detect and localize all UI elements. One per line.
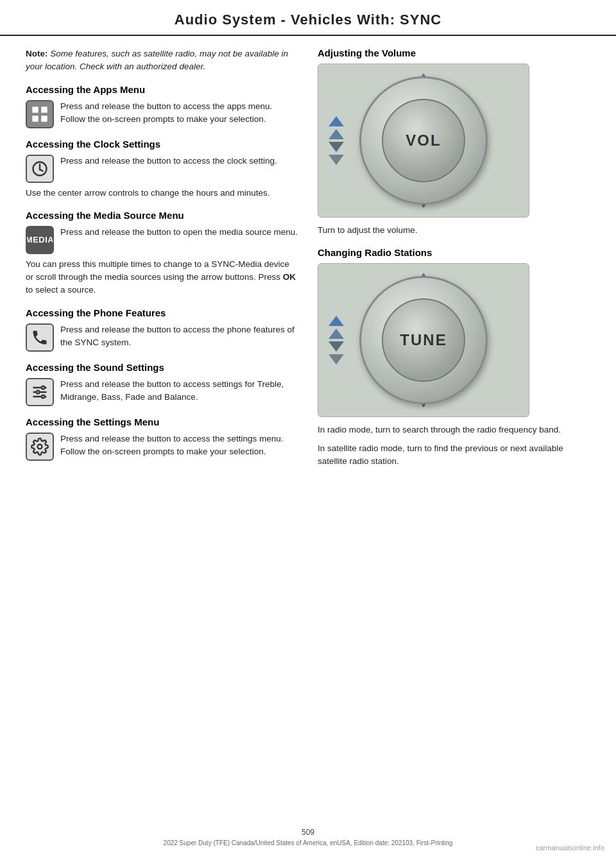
vol-dial-inner: VOL: [382, 99, 465, 182]
sound-settings-icon-row: Press and release the button to access s…: [26, 378, 298, 406]
clock-icon: [26, 155, 54, 183]
section-changing-radio: Changing Radio Stations: [318, 247, 590, 468]
left-column: Note: Some features, such as satellite r…: [26, 47, 298, 478]
note-label: Note:: [26, 49, 48, 58]
svg-rect-2: [32, 116, 38, 121]
svg-point-12: [37, 390, 40, 393]
phone-features-text: Press and release the button to access t…: [60, 323, 298, 350]
section-title-sound-settings: Accessing the Sound Settings: [26, 362, 298, 373]
page-header: Audio System - Vehicles With: SYNC: [0, 0, 616, 36]
tune-dial-container: TUNE: [318, 263, 529, 417]
apps-menu-icon-row: Press and release the button to access t…: [26, 100, 298, 128]
settings-menu-icon-row: Press and release the button to access t…: [26, 433, 298, 461]
tune-dial-outer: TUNE: [359, 276, 488, 404]
clock-settings-icon-row: Press and release the button to access t…: [26, 155, 298, 183]
sound-settings-icon: [26, 378, 54, 406]
section-settings-menu: Accessing the Settings Menu Press and re…: [26, 416, 298, 461]
clock-settings-text: Press and release the button to access t…: [60, 155, 277, 167]
section-title-media-source: Accessing the Media Source Menu: [26, 210, 298, 221]
clock-settings-text2: Use the center arrow controls to change …: [26, 187, 298, 200]
media-source-icon-row: MEDIA Press and release the button to op…: [26, 226, 298, 254]
media-source-text2: You can press this multiple times to cha…: [26, 258, 298, 297]
section-title-phone-features: Accessing the Phone Features: [26, 307, 298, 318]
settings-menu-text: Press and release the button to access t…: [60, 433, 298, 459]
right-column: Adjusting the Volume: [318, 47, 590, 478]
media-source-text1: Press and release the button to open the…: [60, 226, 298, 239]
phone-features-icon-row: Press and release the button to access t…: [26, 323, 298, 352]
svg-point-9: [42, 386, 45, 389]
vol-dial-container: VOL: [318, 64, 529, 218]
gear-settings-icon: [26, 433, 54, 461]
section-media-source: Accessing the Media Source Menu MEDIA Pr…: [26, 210, 298, 297]
watermark: carmanualsonline.info: [536, 844, 604, 852]
note-block: Note: Some features, such as satellite r…: [26, 47, 298, 74]
section-apps-menu: Accessing the Apps Menu Press and releas…: [26, 84, 298, 128]
section-clock-settings: Accessing the Clock Settings Press and r…: [26, 139, 298, 200]
section-title-clock-settings: Accessing the Clock Settings: [26, 139, 298, 150]
vol-caption: Turn to adjust the volume.: [318, 224, 590, 237]
radio-caption2: In satellite radio mode, turn to find th…: [318, 442, 590, 468]
svg-rect-3: [41, 116, 47, 121]
svg-rect-1: [41, 107, 47, 112]
tune-dial-inner: TUNE: [382, 298, 465, 382]
section-title-adjusting-volume: Adjusting the Volume: [318, 47, 590, 58]
svg-point-16: [38, 444, 42, 449]
section-title-settings-menu: Accessing the Settings Menu: [26, 416, 298, 427]
note-text: Some features, such as satellite radio, …: [26, 49, 288, 71]
media-icon: MEDIA: [26, 226, 54, 254]
svg-rect-0: [32, 107, 38, 112]
sound-settings-text: Press and release the button to access s…: [60, 378, 298, 404]
section-adjusting-volume: Adjusting the Volume: [318, 47, 590, 237]
svg-point-15: [42, 395, 45, 398]
apps-grid-icon: [26, 100, 54, 128]
page-number: 509: [0, 828, 616, 837]
section-title-apps-menu: Accessing the Apps Menu: [26, 84, 298, 95]
section-sound-settings: Accessing the Sound Settings: [26, 362, 298, 406]
svg-line-6: [40, 169, 43, 171]
page-footer: 509 2022 Super Duty (TFE) Canada/United …: [0, 828, 616, 846]
page-title: Audio System - Vehicles With: SYNC: [0, 12, 616, 28]
phone-icon: [26, 323, 54, 352]
footer-small-text: 2022 Super Duty (TFE) Canada/United Stat…: [0, 839, 616, 846]
section-phone-features: Accessing the Phone Features Press and r…: [26, 307, 298, 352]
vol-dial-outer: VOL: [359, 76, 488, 205]
section-title-changing-radio: Changing Radio Stations: [318, 247, 590, 258]
radio-caption1: In radio mode, turn to search through th…: [318, 424, 590, 436]
apps-menu-text: Press and release the button to access t…: [60, 100, 298, 126]
